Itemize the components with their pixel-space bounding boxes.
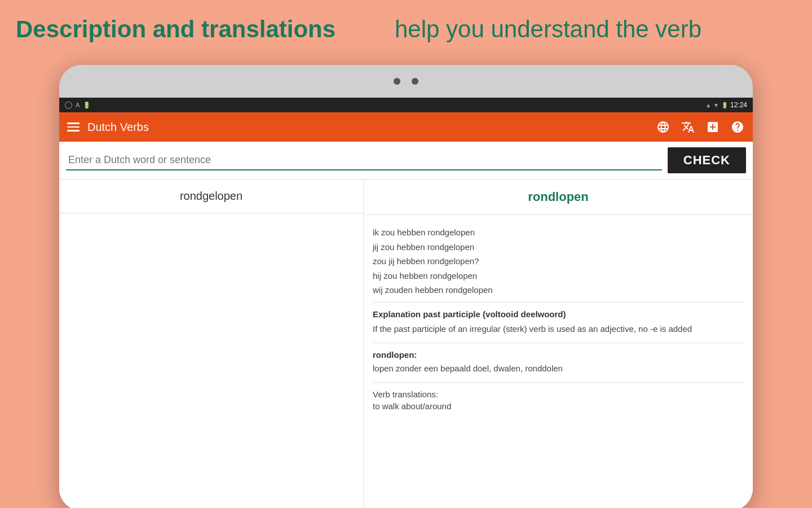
add-svg bbox=[706, 120, 720, 134]
translations-text: to walk about/around bbox=[373, 401, 744, 411]
tablet-device: A 🔋 ▲ ▼ 🔋 12:24 Dutch Verbs bbox=[59, 65, 753, 508]
verb-line-3: zou jij hebben rondgelopen? bbox=[373, 254, 744, 269]
status-icons-right: ▲ ▼ 🔋 12:24 bbox=[705, 101, 747, 109]
translations-title: Verb translations: bbox=[373, 389, 744, 399]
help-svg bbox=[731, 120, 744, 134]
screen: A 🔋 ▲ ▼ 🔋 12:24 Dutch Verbs bbox=[59, 98, 753, 508]
heading-right: help you understand the verb bbox=[395, 16, 701, 43]
right-content: ik zou hebben rondgelopen jij zou hebben… bbox=[364, 215, 753, 423]
verb-line-2: jij zou hebben rondgelopen bbox=[373, 240, 744, 255]
signal-icon: ▲ bbox=[705, 102, 711, 108]
explanation-title: Explanation past participle (voltooid de… bbox=[373, 309, 744, 319]
verb-line-4: hij zou hebben rondgelopen bbox=[373, 269, 744, 283]
definition-verb: rondlopen: bbox=[373, 350, 744, 360]
left-panel: rondgelopen bbox=[59, 179, 364, 508]
status-bar: A 🔋 ▲ ▼ 🔋 12:24 bbox=[59, 98, 753, 112]
definition-text: lopen zonder een bepaald doel, dwalen, r… bbox=[373, 362, 744, 375]
check-button[interactable]: CHECK bbox=[668, 147, 746, 173]
content-area: rondgelopen rondlopen ik zou hebben rond… bbox=[59, 179, 753, 508]
hamburger-menu-button[interactable] bbox=[67, 122, 80, 132]
time-display: 12:24 bbox=[730, 101, 747, 109]
hamburger-line-3 bbox=[67, 130, 80, 132]
definition-block: rondlopen: lopen zonder een bepaald doel… bbox=[373, 343, 744, 382]
explanation-block: Explanation past participle (voltooid de… bbox=[373, 302, 744, 343]
language-icon[interactable] bbox=[656, 120, 670, 134]
translate-icon[interactable] bbox=[681, 120, 695, 134]
right-verb-header: rondlopen bbox=[364, 179, 753, 215]
help-icon[interactable] bbox=[730, 120, 745, 134]
camera-dot-right bbox=[412, 78, 418, 85]
hamburger-line-2 bbox=[67, 126, 80, 128]
heading-left: Description and translations bbox=[16, 16, 336, 43]
tablet-bezel bbox=[59, 65, 753, 98]
language-svg bbox=[656, 120, 670, 134]
battery-icon: 🔋 bbox=[721, 102, 728, 108]
wifi-icon: ▼ bbox=[713, 102, 719, 108]
camera-dot-left bbox=[394, 78, 400, 85]
left-word-header: rondgelopen bbox=[59, 179, 363, 213]
status-icons-left: A 🔋 bbox=[65, 102, 91, 109]
app-bar-actions bbox=[656, 120, 745, 134]
settings-status-icon bbox=[65, 102, 72, 109]
battery-status-icon: 🔋 bbox=[83, 102, 91, 109]
add-icon[interactable] bbox=[705, 120, 720, 134]
translate-svg bbox=[681, 120, 695, 134]
app-bar: Dutch Verbs bbox=[59, 112, 753, 142]
search-row: CHECK bbox=[59, 142, 753, 179]
verb-line-5: wij zouden hebben rondgelopen bbox=[373, 283, 744, 297]
explanation-text: If the past participle of an irregular (… bbox=[373, 322, 744, 336]
translations-block: Verb translations: to walk about/around bbox=[373, 382, 744, 418]
hamburger-line-1 bbox=[67, 122, 80, 124]
verb-lines: ik zou hebben rondgelopen jij zou hebben… bbox=[373, 221, 744, 302]
app-title: Dutch Verbs bbox=[87, 121, 648, 134]
search-input[interactable] bbox=[66, 151, 662, 170]
verb-line-1: ik zou hebben rondgelopen bbox=[373, 225, 744, 240]
a-status-icon: A bbox=[76, 102, 80, 108]
right-panel: rondlopen ik zou hebben rondgelopen jij … bbox=[364, 179, 753, 508]
